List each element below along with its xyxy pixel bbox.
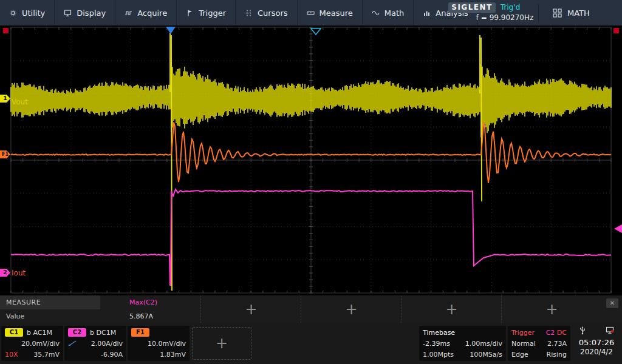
measure-value: 5.867A <box>100 309 200 323</box>
menu-trigger[interactable]: Trigger <box>177 0 236 25</box>
measure-close-button[interactable]: ✕ <box>606 298 618 308</box>
measure-add-slot-5[interactable]: + <box>501 295 602 323</box>
add-channel-slot[interactable]: + <box>192 327 251 360</box>
plus-icon: + <box>245 302 257 317</box>
trigger-coupling: DC <box>557 329 567 337</box>
timebase-scale: 1.00ms/div <box>465 340 502 348</box>
usb-icon <box>578 326 587 335</box>
trigger-status: Trig'd <box>501 3 520 12</box>
trigger-frequency: f = 99.90270Hz <box>459 13 550 22</box>
measure-add-slot-3[interactable]: + <box>301 295 402 323</box>
measure-panel-header: MEASURE Value <box>0 295 100 323</box>
menu-items: Utility Display Acquire Trigger Cursors … <box>0 0 478 25</box>
plus-icon: + <box>345 302 357 317</box>
measure-name: Max(C2) <box>100 295 200 309</box>
trigger-level: 2.73A <box>547 340 567 348</box>
menu-display[interactable]: Display <box>55 0 115 25</box>
c2-scale: 2.00A/div <box>91 340 123 348</box>
measure-add-slot-2[interactable]: + <box>200 295 301 323</box>
menu-math[interactable]: Math <box>363 0 414 25</box>
timebase-title: Timebase <box>423 329 455 337</box>
c1-offset: 35.7mV <box>33 351 60 359</box>
deskew-icon <box>68 340 77 346</box>
acquire-icon <box>125 9 132 17</box>
menu-math-label: Math <box>384 8 405 18</box>
math-f1-descriptor[interactable]: F1 10.0mV/div 1.83mV <box>128 326 190 361</box>
trigger-type: Edge <box>511 351 528 359</box>
menubar: Utility Display Acquire Trigger Cursors … <box>0 0 622 25</box>
measure-add-slot-4[interactable]: + <box>401 295 502 323</box>
oscilloscope-screen: Utility Display Acquire Trigger Cursors … <box>0 0 622 364</box>
cursors-icon <box>245 9 253 17</box>
status-bar: C1 b AC1M 20.0mV/div 10X 35.7mV C2 b DC1… <box>0 323 622 364</box>
analysis-bars-icon <box>423 9 431 17</box>
iout-trace-label: Iout <box>12 269 26 277</box>
waveform-display[interactable]: 1 F1 2 Vout Iout <box>0 25 622 295</box>
trigger-source: C2 <box>546 329 555 337</box>
siglent-logo: SIGLENT <box>448 2 496 13</box>
c2-coupling: b DC1M <box>90 329 116 337</box>
menu-cursors[interactable]: Cursors <box>236 0 298 25</box>
channel-c1-descriptor[interactable]: C1 b AC1M 20.0mV/div 10X 35.7mV <box>1 326 63 361</box>
math-sine-icon <box>372 9 380 17</box>
network-status-icon <box>606 326 615 335</box>
plus-icon: + <box>216 336 228 351</box>
grid-icon <box>553 8 562 18</box>
trigger-slope: Rising <box>547 351 567 359</box>
timebase-memory: 1.00Mpts <box>423 351 454 359</box>
trigger-title: Trigger <box>511 329 535 337</box>
timebase-sample-rate: 100MSa/s <box>470 351 502 359</box>
c2-offset: -6.90A <box>101 351 123 359</box>
trigger-descriptor[interactable]: Trigger C2 DC Normal 2.73A Edge Rising <box>508 326 570 361</box>
display-icon <box>64 9 72 17</box>
c2-badge: C2 <box>68 328 86 337</box>
c1-coupling: b AC1M <box>27 329 52 337</box>
c1-badge: C1 <box>5 328 23 337</box>
measure-panel: MEASURE Value Max(C2) 5.867A + + + + ✕ <box>0 295 622 323</box>
c1-scale: 20.0mV/div <box>21 340 60 348</box>
plus-icon: + <box>545 302 558 317</box>
channel-c2-descriptor[interactable]: C2 b DC1M 2.00A/div -6.90A <box>64 326 126 361</box>
clock-time: 05:07:26 <box>572 337 621 348</box>
timebase-delay: -2.39ms <box>423 340 450 348</box>
trigger-mode: Normal <box>511 340 536 348</box>
measure-slot-max-c2[interactable]: Max(C2) 5.867A <box>100 295 200 323</box>
measure-ruler-icon <box>307 9 315 17</box>
plus-icon: + <box>445 302 457 317</box>
menu-display-label: Display <box>77 8 106 18</box>
menu-utility-label: Utility <box>22 8 45 18</box>
menu-cursors-label: Cursors <box>258 8 288 18</box>
f1-scale: 10.0mV/div <box>148 340 186 348</box>
utility-icon <box>9 9 17 17</box>
menu-utility[interactable]: Utility <box>0 0 55 25</box>
measure-value-row-label: Value <box>0 309 100 323</box>
math-shortcut-button[interactable]: MATH <box>547 0 596 25</box>
vout-trace-label: Vout <box>12 98 28 106</box>
menu-acquire[interactable]: Acquire <box>115 0 177 25</box>
clock-date: 2020/4/2 <box>572 348 621 357</box>
menu-measure-label: Measure <box>320 8 353 18</box>
waveform-canvas <box>0 25 622 295</box>
trigger-flag-icon <box>186 9 194 17</box>
timebase-descriptor[interactable]: Timebase -2.39ms 1.00ms/div 1.00Mpts 100… <box>419 326 506 361</box>
c1-probe-ratio: 10X <box>5 351 18 359</box>
menubar-separator <box>538 4 539 22</box>
f1-badge: F1 <box>131 328 149 337</box>
measure-panel-title: MEASURE <box>0 295 100 309</box>
math-shortcut-label: MATH <box>567 8 590 18</box>
menu-acquire-label: Acquire <box>137 8 167 18</box>
menu-measure[interactable]: Measure <box>298 0 363 25</box>
menu-trigger-label: Trigger <box>199 8 226 18</box>
clock-area: 05:07:26 2020/4/2 <box>572 325 621 362</box>
f1-offset: 1.83mV <box>160 351 186 359</box>
